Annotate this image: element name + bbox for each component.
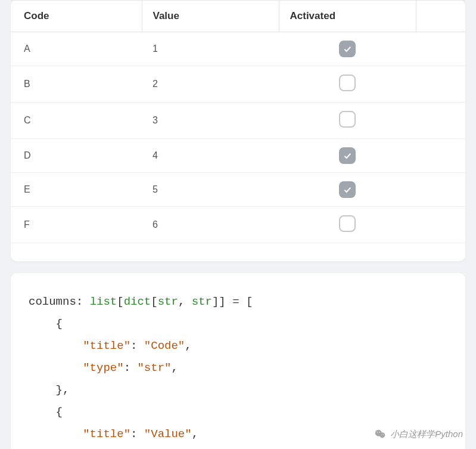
code-token: ]] = [ (212, 295, 253, 308)
cell-value: 5 (142, 173, 279, 207)
cell-extra (416, 32, 465, 66)
code-token: "Code" (144, 339, 185, 352)
code-token: [ (151, 295, 157, 308)
table-row: C3 (11, 103, 465, 139)
code-token: columns (29, 295, 76, 308)
header-activated: Activated (279, 1, 416, 32)
cell-value: 6 (142, 207, 279, 243)
table-row: B2 (11, 66, 465, 103)
cell-extra (416, 139, 465, 173)
table-row: D4 (11, 139, 465, 173)
code-card: columns: list[dict[str, str]] = [ { "tit… (11, 273, 465, 449)
code-token: "Value" (144, 428, 192, 441)
code-token: : (76, 295, 90, 308)
code-token: , (171, 361, 178, 374)
cell-code: A (11, 32, 142, 66)
code-token: "type" (83, 361, 123, 374)
header-value: Value (142, 1, 279, 32)
header-code: Code (11, 1, 142, 32)
watermark: 小白这样学Python (374, 428, 463, 441)
cell-code: E (11, 173, 142, 207)
code-token: dict (124, 295, 151, 308)
cell-activated (279, 66, 416, 103)
code-token: }, (56, 383, 70, 397)
code-token: { (56, 317, 63, 330)
code-token: [ (117, 295, 123, 308)
code-token: str (158, 295, 178, 308)
activated-checkbox[interactable] (339, 111, 356, 128)
data-table-card: Code Value Activated A1B2C3D4E5F6 (11, 0, 465, 261)
cell-value: 3 (142, 103, 279, 139)
data-table: Code Value Activated A1B2C3D4E5F6 (11, 0, 465, 243)
svg-point-4 (381, 434, 382, 435)
activated-checkbox[interactable] (339, 41, 356, 57)
svg-point-3 (379, 432, 381, 433)
cell-value: 4 (142, 139, 279, 173)
cell-activated (279, 32, 416, 66)
cell-value: 2 (142, 66, 279, 103)
header-extra (416, 1, 465, 32)
code-token: : (130, 339, 144, 352)
code-token: list (90, 295, 117, 308)
cell-extra (416, 207, 465, 243)
code-token: , (185, 339, 191, 352)
cell-activated (279, 207, 416, 243)
code-token: , (192, 428, 198, 441)
table-row: E5 (11, 173, 465, 207)
cell-extra (416, 173, 465, 207)
code-token: { (56, 405, 63, 419)
cell-value: 1 (142, 32, 279, 66)
activated-checkbox[interactable] (339, 181, 356, 198)
table-row: A1 (11, 32, 465, 66)
cell-code: C (11, 103, 142, 139)
activated-checkbox[interactable] (339, 75, 356, 91)
code-token: str (192, 295, 212, 308)
code-block: columns: list[dict[str, str]] = [ { "tit… (29, 291, 447, 445)
code-token: : (130, 428, 144, 441)
code-token: "title" (83, 428, 130, 441)
code-token: "str" (137, 361, 171, 374)
cell-extra (416, 103, 465, 139)
cell-activated (279, 103, 416, 139)
cell-extra (416, 66, 465, 103)
svg-point-5 (383, 434, 384, 435)
svg-point-1 (379, 432, 385, 438)
wechat-icon (374, 428, 387, 441)
cell-code: F (11, 207, 142, 243)
svg-point-2 (377, 432, 378, 433)
activated-checkbox[interactable] (339, 147, 356, 164)
cell-code: B (11, 66, 142, 103)
code-token: , (178, 295, 192, 308)
cell-code: D (11, 139, 142, 173)
activated-checkbox[interactable] (339, 215, 356, 232)
cell-activated (279, 139, 416, 173)
watermark-text: 小白这样学Python (390, 429, 463, 440)
table-row: F6 (11, 207, 465, 243)
cell-activated (279, 173, 416, 207)
code-token: : (124, 361, 138, 374)
code-token: "title" (83, 339, 130, 352)
